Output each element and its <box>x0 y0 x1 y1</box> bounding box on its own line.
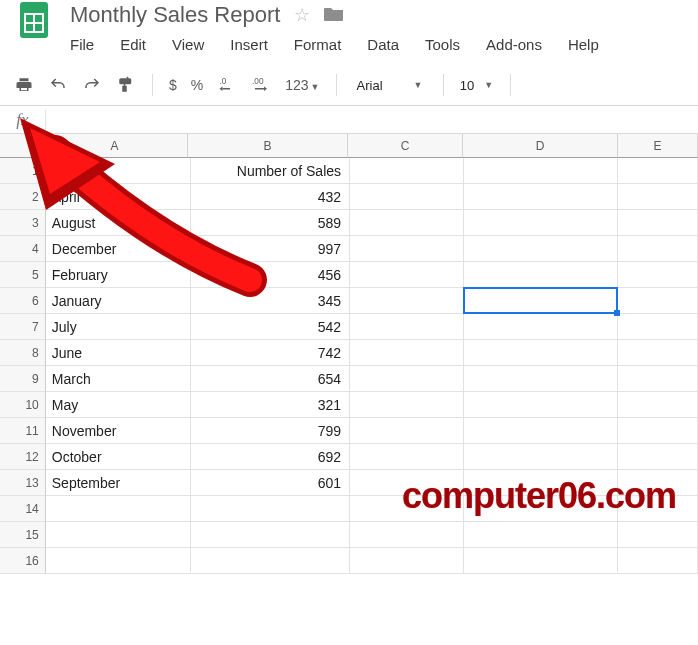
menu-insert[interactable]: Insert <box>230 34 280 55</box>
cell-A13[interactable]: September <box>46 470 191 496</box>
row-header[interactable]: 9 <box>0 366 46 392</box>
undo-icon[interactable] <box>44 71 72 99</box>
sheets-logo-icon[interactable] <box>8 0 60 46</box>
column-header-C[interactable]: C <box>348 134 463 158</box>
cell-E16[interactable] <box>618 548 698 574</box>
menu-addons[interactable]: Add-ons <box>486 34 554 55</box>
cell-C16[interactable] <box>350 548 464 574</box>
cell-C9[interactable] <box>350 366 464 392</box>
select-all-corner[interactable] <box>0 134 42 158</box>
cell-E13[interactable] <box>618 470 698 496</box>
cell-D1[interactable] <box>464 158 618 184</box>
cell-B15[interactable] <box>191 522 350 548</box>
menu-view[interactable]: View <box>172 34 216 55</box>
row-header[interactable]: 16 <box>0 548 46 574</box>
cell-C14[interactable] <box>350 496 464 522</box>
cell-E9[interactable] <box>618 366 698 392</box>
cell-E8[interactable] <box>618 340 698 366</box>
row-header[interactable]: 13 <box>0 470 46 496</box>
column-header-A[interactable]: A <box>42 134 188 158</box>
cell-D5[interactable] <box>464 262 618 288</box>
cell-B16[interactable] <box>191 548 350 574</box>
document-title[interactable]: Monthly Sales Report <box>70 2 280 28</box>
cell-B1[interactable]: Number of Sales <box>191 158 350 184</box>
more-formats[interactable]: 123▼ <box>281 77 323 93</box>
fx-label[interactable]: fx <box>0 110 46 130</box>
menu-help[interactable]: Help <box>568 34 611 55</box>
cell-B12[interactable]: 692 <box>191 444 350 470</box>
row-header[interactable]: 10 <box>0 392 46 418</box>
cell-D7[interactable] <box>464 314 618 340</box>
format-currency[interactable]: $ <box>165 77 181 93</box>
cell-A10[interactable]: May <box>46 392 191 418</box>
row-header[interactable]: 4 <box>0 236 46 262</box>
cell-E1[interactable] <box>618 158 698 184</box>
cell-B11[interactable]: 799 <box>191 418 350 444</box>
menu-data[interactable]: Data <box>367 34 411 55</box>
menu-format[interactable]: Format <box>294 34 354 55</box>
cell-D2[interactable] <box>464 184 618 210</box>
cell-E7[interactable] <box>618 314 698 340</box>
cell-B9[interactable]: 654 <box>191 366 350 392</box>
cell-E3[interactable] <box>618 210 698 236</box>
cell-B6[interactable]: 345 <box>191 288 350 314</box>
cell-A2[interactable]: April <box>46 184 191 210</box>
row-header[interactable]: 11 <box>0 418 46 444</box>
cell-C10[interactable] <box>350 392 464 418</box>
cell-C1[interactable] <box>350 158 464 184</box>
cell-C3[interactable] <box>350 210 464 236</box>
cell-B8[interactable]: 742 <box>191 340 350 366</box>
cell-C7[interactable] <box>350 314 464 340</box>
row-header[interactable]: 3 <box>0 210 46 236</box>
cell-A11[interactable]: November <box>46 418 191 444</box>
cell-A3[interactable]: August <box>46 210 191 236</box>
cell-E14[interactable] <box>618 496 698 522</box>
cell-E5[interactable] <box>618 262 698 288</box>
menu-edit[interactable]: Edit <box>120 34 158 55</box>
row-header[interactable]: 14 <box>0 496 46 522</box>
cell-E11[interactable] <box>618 418 698 444</box>
row-header[interactable]: 15 <box>0 522 46 548</box>
cell-B13[interactable]: 601 <box>191 470 350 496</box>
menu-file[interactable]: File <box>70 34 106 55</box>
format-percent[interactable]: % <box>187 77 207 93</box>
cell-E2[interactable] <box>618 184 698 210</box>
cell-D8[interactable] <box>464 340 618 366</box>
row-header[interactable]: 5 <box>0 262 46 288</box>
column-header-B[interactable]: B <box>188 134 348 158</box>
cell-C6[interactable] <box>350 288 464 314</box>
cell-A15[interactable] <box>46 522 191 548</box>
cell-E4[interactable] <box>618 236 698 262</box>
cell-C4[interactable] <box>350 236 464 262</box>
row-header[interactable]: 8 <box>0 340 46 366</box>
row-header[interactable]: 2 <box>0 184 46 210</box>
cell-B14[interactable] <box>191 496 350 522</box>
cell-B10[interactable]: 321 <box>191 392 350 418</box>
cell-A9[interactable]: March <box>46 366 191 392</box>
cell-D16[interactable] <box>464 548 618 574</box>
print-icon[interactable] <box>10 71 38 99</box>
cell-B5[interactable]: 456 <box>191 262 350 288</box>
cell-D14[interactable] <box>464 496 618 522</box>
row-header[interactable]: 1 <box>0 158 46 184</box>
cell-D9[interactable] <box>464 366 618 392</box>
cell-E15[interactable] <box>618 522 698 548</box>
cell-A7[interactable]: July <box>46 314 191 340</box>
font-size-selector[interactable]: 10 ▼ <box>456 78 498 93</box>
cell-C15[interactable] <box>350 522 464 548</box>
column-header-E[interactable]: E <box>618 134 698 158</box>
cell-D12[interactable] <box>464 444 618 470</box>
menu-tools[interactable]: Tools <box>425 34 472 55</box>
cell-E6[interactable] <box>618 288 698 314</box>
cell-D10[interactable] <box>464 392 618 418</box>
cell-D11[interactable] <box>464 418 618 444</box>
cell-D6[interactable] <box>464 288 618 314</box>
cell-E10[interactable] <box>618 392 698 418</box>
row-header[interactable]: 12 <box>0 444 46 470</box>
paint-format-icon[interactable] <box>112 71 140 99</box>
cell-B2[interactable]: 432 <box>191 184 350 210</box>
cell-D13[interactable] <box>464 470 618 496</box>
cell-C8[interactable] <box>350 340 464 366</box>
cell-B3[interactable]: 589 <box>191 210 350 236</box>
cell-C12[interactable] <box>350 444 464 470</box>
